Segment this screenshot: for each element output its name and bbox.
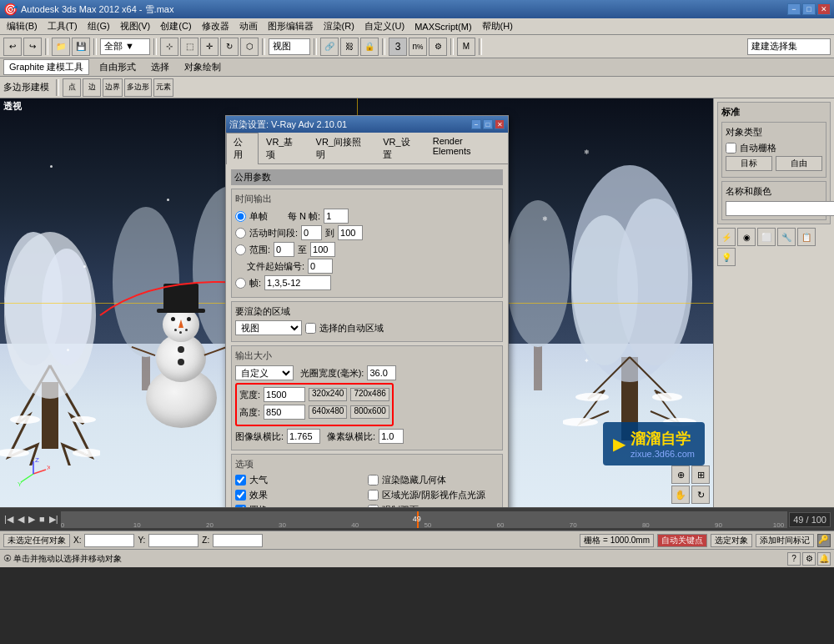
select-region-button[interactable]: ⬚ xyxy=(180,38,198,56)
menu-edit[interactable]: 编辑(B) xyxy=(2,18,43,34)
close-button[interactable]: ✕ xyxy=(817,3,831,15)
vertex-btn[interactable]: 边 xyxy=(83,78,101,97)
dialog-minimize-button[interactable]: − xyxy=(471,119,481,129)
pan-button[interactable]: ✋ xyxy=(671,486,690,504)
height-input[interactable] xyxy=(264,405,305,420)
preset-320x240[interactable]: 320x240 xyxy=(309,388,347,401)
orbit-button[interactable]: ↻ xyxy=(691,486,710,504)
width-input[interactable] xyxy=(264,387,305,402)
x-input[interactable] xyxy=(84,534,134,547)
bind-button[interactable]: 🔒 xyxy=(360,38,379,56)
render-settings-button[interactable]: ⚙ xyxy=(429,38,447,56)
help-button[interactable]: ? xyxy=(787,552,801,566)
zoom-all-button[interactable]: ⊞ xyxy=(691,465,710,484)
panel-icon-2[interactable]: ◉ xyxy=(737,228,756,246)
menu-maxscript[interactable]: MAXScript(M) xyxy=(409,20,476,33)
object-paint-tab[interactable]: 对象绘制 xyxy=(179,60,226,74)
target-button[interactable]: 目标 xyxy=(726,156,772,171)
render-scene-button[interactable]: n% xyxy=(409,38,427,56)
tab-render-elements[interactable]: Render Elements xyxy=(425,133,508,164)
menu-customize[interactable]: 自定义(U) xyxy=(359,18,409,34)
maximize-button[interactable]: □ xyxy=(802,3,816,15)
active-time-radio[interactable] xyxy=(235,228,246,239)
panel-icon-5[interactable]: 📋 xyxy=(797,228,816,246)
minimize-button[interactable]: − xyxy=(787,3,801,15)
next-frame-button[interactable]: ▶| xyxy=(49,514,58,524)
menu-modifier[interactable]: 修改器 xyxy=(197,18,234,34)
view-dropdown[interactable]: 视图 xyxy=(269,38,310,55)
zoom-button[interactable]: ⊕ xyxy=(671,465,690,484)
hidden-geo-cb[interactable] xyxy=(368,475,379,486)
stop-button[interactable]: ■ xyxy=(39,514,45,524)
area-lights-cb[interactable] xyxy=(368,490,379,501)
frames-input[interactable] xyxy=(264,275,331,290)
menu-render[interactable]: 渲染(R) xyxy=(319,18,359,34)
play-button[interactable]: ▶ xyxy=(28,514,35,524)
play-back-button[interactable]: |◀ xyxy=(4,514,13,524)
preset-800x600[interactable]: 800x600 xyxy=(350,405,389,419)
menu-graph-editor[interactable]: 图形编辑器 xyxy=(263,18,319,34)
settings-icon[interactable]: ⚙ xyxy=(802,552,816,566)
create-selection-set[interactable]: 建建选择集 xyxy=(747,38,831,55)
frames-radio[interactable] xyxy=(235,278,246,289)
timeline-ruler[interactable]: 49 0 10 20 30 40 50 60 70 80 90 100 xyxy=(61,511,788,528)
tab-vr-settings[interactable]: VR_设置 xyxy=(375,133,425,164)
atmosphere-cb[interactable] xyxy=(235,475,246,486)
selection-tab[interactable]: 选择 xyxy=(146,60,174,74)
force-2side-cb[interactable] xyxy=(368,505,379,507)
preset-640x480[interactable]: 640x480 xyxy=(309,405,347,419)
range-radio[interactable] xyxy=(235,244,246,255)
z-input[interactable] xyxy=(213,534,263,547)
file-start-input[interactable] xyxy=(308,259,333,274)
menu-group[interactable]: 组(G) xyxy=(83,18,115,34)
output-size-dropdown[interactable]: 自定义 xyxy=(235,365,294,380)
select-button[interactable]: ⊹ xyxy=(160,38,178,56)
face-btn[interactable]: 边界 xyxy=(103,78,123,97)
selected-button[interactable]: 选定对象 xyxy=(711,534,752,547)
notification-icon[interactable]: 🔔 xyxy=(817,552,831,566)
displacement-cb[interactable] xyxy=(235,505,246,507)
dialog-maximize-button[interactable]: □ xyxy=(483,119,493,129)
frame-display[interactable]: 49 / 100 xyxy=(789,512,831,527)
effects-cb[interactable] xyxy=(235,490,246,501)
panel-icon-6[interactable]: 💡 xyxy=(717,248,736,266)
pixel-ratio2-input[interactable] xyxy=(379,429,404,444)
area-dropdown[interactable]: 视图 xyxy=(235,320,302,335)
preset-720x486[interactable]: 720x486 xyxy=(350,388,389,401)
menu-help[interactable]: 帮助(H) xyxy=(477,18,518,34)
render-button[interactable]: 3 xyxy=(389,38,407,56)
edge-btn[interactable]: 点 xyxy=(63,78,81,97)
filter-button[interactable]: 添加时间标记 xyxy=(756,534,814,547)
every-n-input[interactable] xyxy=(324,209,349,224)
save-file-button[interactable]: 💾 xyxy=(72,38,90,56)
poly-btn[interactable]: 多边形 xyxy=(124,78,152,97)
auto-grid-checkbox[interactable] xyxy=(726,143,736,153)
autokey-button[interactable]: 自动关键点 xyxy=(657,534,707,547)
link-button[interactable]: 🔗 xyxy=(320,38,339,56)
dialog-close-button[interactable]: ✕ xyxy=(495,119,505,129)
panel-icon-1[interactable]: ⚡ xyxy=(717,228,736,246)
pixel-ratio-input[interactable] xyxy=(287,429,320,444)
aperture-input[interactable] xyxy=(367,365,396,380)
single-frame-radio[interactable] xyxy=(235,211,246,222)
name-input[interactable] xyxy=(726,201,834,216)
menu-tools[interactable]: 工具(T) xyxy=(43,18,83,34)
redo-button[interactable]: ↪ xyxy=(23,38,42,56)
unlink-button[interactable]: ⛓ xyxy=(340,38,359,56)
viewport[interactable]: ❄ ❄ ✳ ❄ ✦ ❄ 透视 X Y Z xyxy=(0,98,713,507)
tab-common[interactable]: 公用 xyxy=(226,133,259,164)
graphite-tools-tab[interactable]: Graphite 建模工具 xyxy=(3,59,89,75)
menu-view[interactable]: 视图(V) xyxy=(115,18,156,34)
freeform-tab[interactable]: 自由形式 xyxy=(94,60,141,74)
auto-region-checkbox[interactable] xyxy=(305,323,316,334)
panel-icon-3[interactable]: ⬜ xyxy=(757,228,776,246)
range-end-input[interactable] xyxy=(310,242,335,257)
y-input[interactable] xyxy=(148,534,198,547)
material-editor-button[interactable]: M xyxy=(457,38,475,56)
tab-vr-gi[interactable]: VR_间接照明 xyxy=(309,133,376,164)
tab-vr-base[interactable]: VR_基项 xyxy=(259,133,309,164)
range-start-input[interactable] xyxy=(274,242,294,257)
move-button[interactable]: ✛ xyxy=(200,38,219,56)
panel-icon-4[interactable]: 🔧 xyxy=(777,228,796,246)
element-btn[interactable]: 元素 xyxy=(153,78,173,97)
